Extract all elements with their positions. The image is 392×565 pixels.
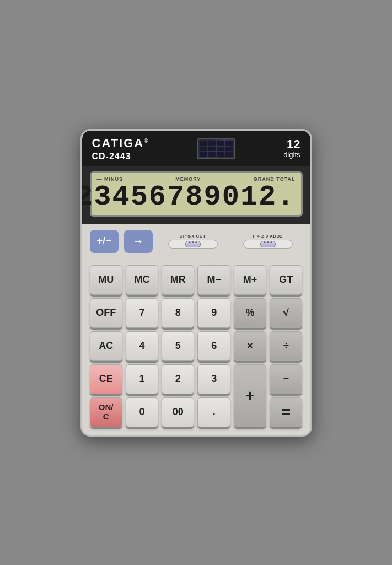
decimal-slider-container: F 4 2 0 ADD2: [233, 234, 303, 249]
equals-button[interactable]: =: [270, 397, 302, 427]
percent-button[interactable]: %: [234, 298, 266, 328]
minus-button[interactable]: −: [270, 364, 302, 394]
ac-button[interactable]: AC: [90, 331, 122, 361]
onc-button[interactable]: ON/C: [90, 397, 122, 427]
mc-button[interactable]: MC: [126, 265, 158, 295]
display-screen: — MINUS MEMORY GRAND TOTAL 123456789012.: [90, 171, 303, 217]
controls-area: +/− → UP 5/4 CUT: [82, 224, 310, 262]
decimal-slider[interactable]: [243, 240, 293, 249]
rounding-slider[interactable]: [168, 240, 218, 249]
plus-minus-button[interactable]: +/−: [90, 230, 119, 253]
multiply-button[interactable]: ×: [234, 331, 266, 361]
seven-button[interactable]: 7: [126, 298, 158, 328]
digits-label: 12 digits: [283, 138, 300, 159]
mr-button[interactable]: MR: [162, 265, 194, 295]
six-button[interactable]: 6: [197, 331, 230, 361]
three-button[interactable]: 3: [197, 364, 230, 394]
one-button[interactable]: 1: [126, 364, 158, 394]
rounding-slider-thumb: [185, 241, 201, 247]
slider-group-left: UP 5/4 CUT: [158, 234, 228, 249]
mu-button[interactable]: MU: [90, 265, 122, 295]
eight-button[interactable]: 8: [162, 298, 194, 328]
display-value: 123456789012.: [97, 183, 296, 212]
calculator-header: CATIGA® CD-2443 12 digits: [82, 131, 310, 166]
model-number: CD-2443: [92, 152, 149, 162]
decimal-slider-thumb: [260, 241, 276, 247]
nine-button[interactable]: 9: [197, 298, 230, 328]
five-button[interactable]: 5: [162, 331, 194, 361]
plus-button[interactable]: +: [234, 364, 266, 427]
mminus-button[interactable]: M−: [197, 265, 230, 295]
sqrt-button[interactable]: √: [270, 298, 302, 328]
zero-button[interactable]: 0: [126, 397, 158, 427]
slider-group-right: F 4 2 0 ADD2: [233, 234, 303, 249]
display-section: — MINUS MEMORY GRAND TOTAL 123456789012.: [82, 166, 310, 224]
solar-panel: [197, 138, 235, 159]
brand-name: CATIGA®: [92, 136, 149, 150]
mplus-button[interactable]: M+: [234, 265, 266, 295]
calculator: CATIGA® CD-2443 12 digits — MINUS MEMORY…: [80, 129, 312, 437]
divide-button[interactable]: ÷: [270, 331, 302, 361]
ce-button[interactable]: CE: [90, 364, 122, 394]
off-button[interactable]: OFF: [90, 298, 122, 328]
double-zero-button[interactable]: 00: [162, 397, 194, 427]
decimal-slider-label: F 4 2 0 ADD2: [253, 234, 283, 239]
two-button[interactable]: 2: [162, 364, 194, 394]
top-controls: +/− → UP 5/4 CUT: [90, 230, 303, 253]
backspace-button[interactable]: →: [124, 230, 153, 253]
brand-section: CATIGA® CD-2443: [92, 136, 149, 162]
button-grid: MU MC MR M− M+ GT OFF 7 8 9 % √ AC 4 5 6…: [82, 262, 310, 435]
gt-button[interactable]: GT: [270, 265, 302, 295]
rounding-slider-label: UP 5/4 CUT: [180, 234, 206, 239]
four-button[interactable]: 4: [126, 331, 158, 361]
rounding-slider-container: UP 5/4 CUT: [158, 234, 228, 249]
decimal-button[interactable]: .: [197, 397, 230, 427]
